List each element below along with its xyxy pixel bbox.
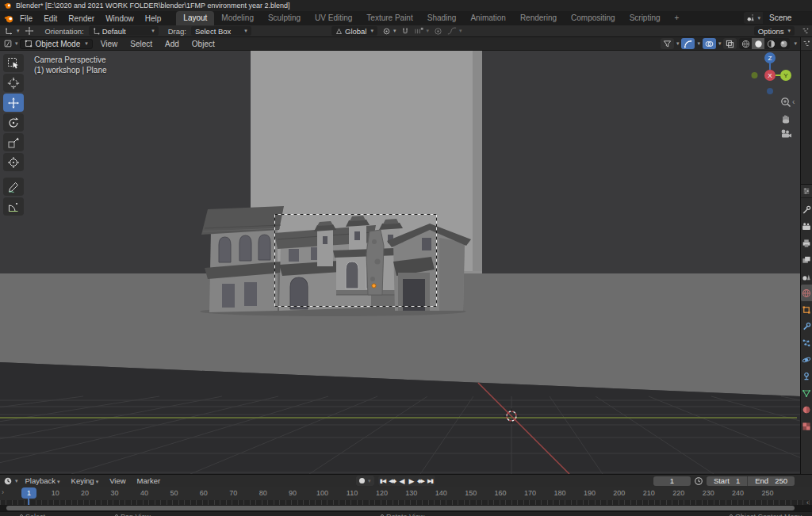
outliner-editor[interactable] [801, 37, 812, 185]
tab-uv-editing[interactable]: UV Editing [308, 11, 359, 25]
properties-tab-physics[interactable] [801, 351, 812, 368]
shading-material-preview-button[interactable] [764, 38, 777, 49]
timeline-editor-button[interactable] [3, 476, 18, 486]
toggle-xray-toggle[interactable] [723, 38, 737, 49]
snap-target-dropdown[interactable] [414, 27, 430, 36]
chevron-down-icon[interactable] [792, 40, 797, 47]
properties-tab-render[interactable] [801, 218, 812, 235]
transform-tool[interactable] [3, 153, 24, 171]
proportional-editing-toggle[interactable] [434, 27, 442, 36]
menu-edit[interactable]: Edit [38, 14, 63, 23]
show-overlays-toggle[interactable] [703, 38, 716, 49]
pan-view-hand-icon[interactable] [780, 113, 791, 124]
measure-tool[interactable] [3, 197, 24, 216]
drag-dropdown[interactable]: Select Box [191, 26, 251, 36]
timeline-menu-marker[interactable]: Marker [132, 476, 167, 485]
properties-tab-material[interactable] [801, 401, 812, 418]
select-box-tool[interactable] [3, 54, 24, 72]
gizmo-axis-neg-z[interactable] [767, 88, 773, 94]
menu-file[interactable]: File [14, 14, 38, 23]
viewport-menu-view[interactable]: View [94, 40, 124, 48]
gizmo-axis-y[interactable]: Y [780, 70, 791, 81]
scene-icon[interactable] [744, 12, 763, 24]
tab-scripting[interactable]: Scripting [622, 11, 668, 25]
menu-window[interactable]: Window [100, 14, 140, 23]
end-frame-field[interactable]: End 250 [747, 476, 795, 486]
preview-range-clock-icon[interactable] [694, 476, 703, 486]
auto-keying-button[interactable] [356, 476, 374, 486]
proportional-falloff-dropdown[interactable] [447, 27, 462, 36]
move-tool[interactable] [3, 94, 24, 112]
options-dropdown[interactable]: Options [754, 26, 795, 36]
editor-type-button[interactable] [3, 39, 18, 48]
camera-view-icon[interactable] [780, 128, 792, 139]
properties-editor-icon[interactable] [802, 187, 810, 195]
nav-gizmo[interactable]: Z X Y [750, 49, 795, 95]
timeline-menu-playback[interactable]: Playback [20, 476, 66, 485]
horizontal-scrollbar[interactable] [6, 506, 795, 510]
tab-sculpting[interactable]: Sculpting [261, 11, 308, 25]
properties-tab-scene[interactable] [801, 268, 812, 285]
jump-to-prev-keyframe-button[interactable]: ◀◆ [388, 476, 397, 486]
mode-dropdown[interactable]: Object Mode [20, 39, 93, 49]
move-tool-icon[interactable] [25, 26, 34, 36]
tab-plus[interactable]: + [668, 11, 687, 25]
scene-name-field[interactable]: Scene [763, 12, 812, 24]
timeline-menu-keying[interactable]: Keying [66, 476, 105, 485]
menu-help[interactable]: Help [140, 14, 167, 23]
viewport-menu-add[interactable]: Add [159, 40, 186, 48]
properties-tab-particles[interactable] [801, 334, 812, 351]
properties-tab-modifiers[interactable] [801, 318, 812, 334]
current-frame-field[interactable]: 1 [653, 476, 691, 486]
outliner-editor-icon[interactable] [802, 27, 810, 35]
playhead[interactable]: 1 [21, 487, 36, 499]
object-type-visibility-toggle[interactable] [661, 38, 674, 49]
jump-to-end-button[interactable]: ▶▮ [426, 476, 435, 486]
properties-editor[interactable] [801, 185, 812, 474]
tab-modeling[interactable]: Modeling [214, 11, 261, 25]
show-gizmos-toggle[interactable] [681, 38, 695, 49]
properties-tab-constraints[interactable] [801, 368, 812, 384]
scene-selector[interactable]: Scene [744, 12, 812, 24]
snap-toggle[interactable] [401, 27, 409, 36]
properties-tab-texture[interactable] [801, 418, 812, 434]
tab-compositing[interactable]: Compositing [564, 11, 622, 25]
cursor-tool[interactable] [3, 74, 24, 92]
properties-tab-view-layer[interactable] [801, 251, 812, 268]
properties-tab-object-data[interactable] [801, 384, 812, 401]
active-tool-button[interactable] [4, 26, 20, 36]
start-frame-field[interactable]: Start 1 [707, 476, 747, 486]
shading-rendered-button[interactable] [777, 38, 790, 49]
gizmo-axis-z[interactable]: Z [764, 52, 776, 63]
orientation-dropdown[interactable]: Default [89, 26, 159, 36]
viewport-menu-select[interactable]: Select [124, 40, 159, 48]
blender-logo-icon[interactable] [4, 13, 14, 24]
gizmo-axis-neg-y[interactable] [752, 72, 758, 78]
play-reverse-button[interactable]: ◀ [397, 476, 407, 486]
annotate-tool[interactable] [3, 178, 24, 196]
shading-wireframe-button[interactable] [739, 38, 752, 49]
scale-tool[interactable] [3, 133, 24, 151]
frame-ruler[interactable]: › 11020304050607080901001101201301401501… [0, 487, 812, 500]
properties-tab-tool[interactable] [801, 201, 812, 218]
properties-tab-world[interactable] [801, 285, 812, 301]
tab-rendering[interactable]: Rendering [513, 11, 564, 25]
properties-tab-output[interactable] [801, 235, 812, 251]
scene-3d[interactable] [0, 51, 800, 474]
properties-tab-object[interactable] [801, 301, 812, 318]
pivot-point-dropdown[interactable] [382, 27, 396, 36]
transform-orientation-dropdown[interactable]: Global [331, 26, 377, 36]
gizmo-axis-x[interactable]: X [764, 70, 776, 81]
jump-to-start-button[interactable]: ▮◀ [378, 476, 388, 486]
rotate-tool[interactable] [3, 113, 24, 132]
tab-animation[interactable]: Animation [463, 11, 512, 25]
tab-shading[interactable]: Shading [420, 11, 464, 25]
viewport-3d[interactable]: Object Mode ViewSelectAddObject Camera P… [0, 37, 800, 474]
tab-layout[interactable]: Layout [176, 11, 214, 25]
jump-to-next-keyframe-button[interactable]: ◆▶ [416, 476, 426, 486]
timeline-menu-view[interactable]: View [104, 476, 131, 485]
outliner-filter-icon[interactable] [802, 40, 810, 48]
zoom-view-icon[interactable] [780, 97, 791, 108]
viewport-menu-object[interactable]: Object [186, 40, 221, 48]
tab-texture-paint[interactable]: Texture Paint [359, 11, 419, 25]
